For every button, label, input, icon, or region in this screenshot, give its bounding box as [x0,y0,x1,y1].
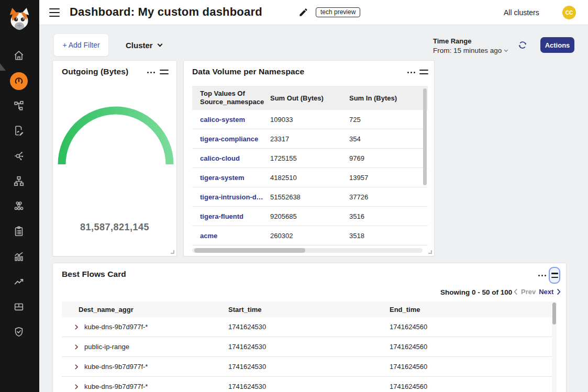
dashboard-page: Dashboard: My custom dashboard tech prev… [0,0,588,392]
workloads-icon[interactable] [13,301,25,312]
column-header: Sum In (Bytes) [349,94,428,102]
user-avatar[interactable]: CC [562,6,576,19]
edit-dashboard-icon[interactable] [298,7,308,17]
network-topology-icon[interactable] [13,175,25,187]
column-header: End_time [390,306,552,313]
card-resize-handle[interactable] [428,250,432,254]
dest-name: public-ip-range [84,343,129,351]
table-row: tigera-compliance 23317 354 [192,129,428,149]
namespace-link[interactable]: tigera-system [192,174,270,182]
vertical-scrollbar-thumb[interactable] [552,303,556,324]
outgoing-bytes-card: Outgoing (Bytes) 81,587,821,145 [52,60,177,256]
sum-in-value: 37726 [349,193,428,201]
dashboards-icon-active[interactable] [10,72,28,90]
all-clusters-selector[interactable]: All clusters [504,8,539,17]
end-time: 1741624560 [390,323,552,331]
end-time: 1741624560 [390,383,552,390]
chevron-down-icon [504,48,508,52]
time-range-value-dropdown[interactable]: From: 15 minutes ago [433,47,507,54]
pagination-controls: Prev Next [514,288,561,296]
prev-button[interactable]: Prev [521,288,536,296]
namespace-link[interactable]: tigera-intrusion-d… [192,193,270,201]
statistics-icon[interactable] [13,251,25,262]
card-menu-icon[interactable] [406,70,417,75]
card-resize-handle[interactable] [171,250,174,254]
table-row: calico-cloud 1725155 9769 [192,149,428,168]
time-range-label: Time Range [433,37,471,45]
next-button[interactable]: Next [539,288,553,296]
sum-out-value: 51552638 [270,193,349,201]
namespace-link[interactable]: tigera-compliance [192,135,270,143]
card-drag-handle-icon[interactable] [419,70,428,77]
table-row: tigera-system 4182510 13957 [192,168,428,187]
sum-out-value: 4182510 [270,174,349,182]
sidebar [0,0,39,392]
expand-row-icon[interactable] [73,363,80,371]
dest-name: kube-dns-9b7d977f-* [84,363,148,371]
sum-out-value: 260302 [270,232,349,240]
tech-preview-badge: tech preview [316,7,360,17]
sum-in-value: 13957 [349,174,428,182]
table-row: kube-dns-9b7d977f-* 1741624530 174162456… [62,317,552,337]
chevron-right-icon[interactable] [557,288,561,295]
end-time: 1741624560 [390,343,552,351]
column-header: Start_time [228,306,390,313]
card-title: Best Flows Card [62,270,126,279]
sum-in-value: 725 [349,116,428,124]
column-header: Top Values Of Source_namespace [192,89,270,106]
table-row: calico-system 109033 725 [192,110,428,129]
card-menu-icon[interactable] [537,273,548,278]
sum-in-value: 354 [349,135,428,143]
table-row: tigera-fluentd 9205685 3516 [192,207,428,226]
home-icon[interactable] [13,50,25,61]
card-drag-handle-icon[interactable] [160,70,169,77]
best-flows-table: Dest_name_aggr Start_time End_time kube-… [62,301,552,392]
start-time: 1741624530 [228,323,390,331]
vertical-scrollbar[interactable] [423,88,427,185]
flow-visualizations-icon[interactable] [13,150,25,162]
card-title: Outgoing (Bytes) [62,67,128,76]
best-flows-card: Best Flows Card Showing 0 - 50 of 100 Pr… [52,263,567,392]
cluster-dropdown[interactable]: Cluster [126,40,162,50]
card-menu-icon[interactable] [146,70,157,75]
actions-button[interactable]: Actions [540,37,574,53]
end-time: 1741624560 [390,363,552,371]
endpoints-icon[interactable] [13,200,25,212]
security-icon[interactable] [13,326,25,338]
sidebar-fold-decoration [0,63,6,71]
expand-row-icon[interactable] [73,323,80,331]
dest-name: kube-dns-9b7d977f-* [84,323,148,331]
column-header: Dest_name_aggr [62,306,228,313]
horizontal-scrollbar-track[interactable] [192,248,423,253]
compliance-reports-icon[interactable] [13,226,25,237]
table-header-row: Dest_name_aggr Start_time End_time [62,301,552,317]
sum-out-value: 9205685 [270,212,349,220]
chevron-left-icon[interactable] [514,288,518,295]
start-time: 1741624530 [228,383,390,390]
trends-icon[interactable] [13,276,25,287]
horizontal-scrollbar-thumb[interactable] [194,248,305,253]
calico-logo [8,6,31,33]
namespace-link[interactable]: acme [192,232,270,240]
policies-icon[interactable] [13,125,25,137]
sum-in-value: 3518 [349,232,428,240]
namespace-link[interactable]: calico-cloud [192,154,270,162]
sum-out-value: 109033 [270,116,349,124]
namespace-link[interactable]: tigera-fluentd [192,212,270,220]
namespace-link[interactable]: calico-system [192,116,270,124]
dest-name: kube-dns-9b7d977f-* [84,383,148,390]
card-title: Data Volume per Namespace [192,67,304,76]
page-title: Dashboard: My custom dashboard [70,5,262,19]
start-time: 1741624530 [228,363,390,371]
table-row: public-ip-range 1741624530 1741624560 [62,337,552,357]
expand-row-icon[interactable] [73,343,80,351]
expand-row-icon[interactable] [73,383,80,390]
service-graph-icon[interactable] [13,100,25,111]
menu-hamburger-icon[interactable] [49,8,60,17]
table-row: kube-dns-9b7d977f-* 1741624530 174162456… [62,357,552,377]
refresh-icon[interactable] [517,40,528,50]
cluster-dropdown-label: Cluster [126,41,153,50]
add-filter-button[interactable]: + Add Filter [53,33,109,57]
time-range-value: From: 15 minutes ago [433,47,502,54]
card-drag-handle-icon-focused[interactable] [549,267,560,284]
